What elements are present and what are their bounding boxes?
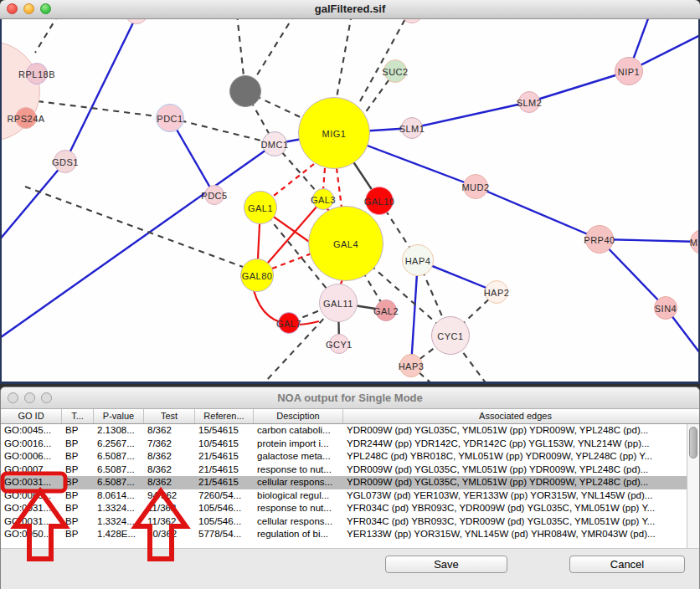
network-edge-pp[interactable] (600, 239, 666, 308)
column-header-desciption[interactable]: Desciption (254, 409, 343, 423)
table-cell: 80/362 (144, 528, 195, 541)
table-cell: 1.3324... (94, 502, 144, 515)
table-cell: 8/362 (144, 424, 195, 438)
node-label-gal11: GAL11 (323, 299, 353, 309)
node-label-slm1: SLM1 (399, 124, 425, 134)
table-cell: GO:0050... (1, 528, 62, 541)
network-node-gray-node[interactable] (229, 75, 261, 107)
noa-window-titlebar[interactable]: NOA output for Single Mode (1, 387, 699, 409)
table-cell: 2.1308... (94, 424, 144, 438)
node-label-pdc1: PDC1 (157, 114, 183, 124)
table-row[interactable]: GO:0050...BP1.428E...80/3625778/54...reg… (1, 528, 699, 541)
network-edge-pd[interactable] (254, 19, 295, 80)
network-window-title: galFiltered.sif (0, 0, 700, 18)
node-label-hap2: HAP2 (484, 288, 510, 298)
table-row[interactable]: GO:0031...BP1.3324...11/362105/546...res… (1, 502, 699, 515)
table-cell: biological regul... (254, 489, 343, 503)
network-edge-pp[interactable] (0, 161, 65, 245)
table-row[interactable]: GO:0006...BP6.5087...8/36221/54615galact… (1, 450, 699, 464)
network-edge-redd[interactable] (337, 168, 342, 207)
node-label-msl5: MSL5 (690, 238, 700, 248)
node-label-hap3: HAP3 (399, 361, 425, 371)
table-cell: 21/54615 (195, 464, 254, 477)
node-label-mig1: MIG1 (322, 129, 347, 139)
column-header-p-value[interactable]: P-value (94, 409, 144, 423)
button-panel: Save Cancel (1, 548, 699, 589)
table-cell: YDR244W (pp) YDR142C, YDR142C (pp) YGL15… (343, 438, 687, 451)
network-edge-pp[interactable] (0, 144, 275, 341)
network-canvas[interactable]: RPL18BRPS24AGDS1PDC1PDC5MIG1SUC2SLM1DMC1… (0, 19, 700, 384)
node-label-cyc1: CYC1 (437, 331, 463, 341)
network-edge-pd[interactable] (337, 19, 352, 98)
table-row[interactable]: GO:0016...BP6.2567...7/36210/54615protei… (1, 438, 699, 451)
table-cell: 15/54615 (195, 424, 254, 438)
network-edge-redd[interactable] (323, 168, 325, 190)
network-window-titlebar[interactable]: galFiltered.sif (0, 0, 700, 19)
table-cell: 21/54615 (195, 476, 254, 489)
node-label-sin4: SIN4 (655, 304, 677, 314)
table-cell: BP (62, 464, 94, 477)
network-edge-redd[interactable] (272, 254, 311, 269)
table-row[interactable]: GO:0031...BP6.5087...8/36221/54615cellul… (1, 476, 699, 489)
table-row[interactable]: GO:0045...BP2.1308...8/36215/54615carbon… (1, 424, 699, 438)
table-cell: YGL073W (pd) YER103W, YER133W (pp) YOR31… (343, 489, 687, 503)
node-label-slm2: SLM2 (517, 98, 543, 108)
table-cell: BP (62, 489, 94, 503)
table-cell: 1.3324... (94, 515, 144, 529)
table-row[interactable]: GO:0031...BP1.3324...11/362105/546...cel… (1, 515, 699, 529)
table-cell: 6.5087... (94, 450, 144, 464)
network-edge-pp[interactable] (476, 187, 600, 239)
table-cell: 10/54615 (195, 438, 254, 451)
network-edge-pp[interactable] (529, 71, 629, 102)
column-header-test[interactable]: Test (144, 409, 195, 423)
network-edge-pd[interactable] (237, 19, 244, 76)
table-cell: BP (62, 515, 94, 529)
node-label-gal3: GAL3 (311, 195, 336, 205)
column-header-go-id[interactable]: GO ID (1, 409, 62, 423)
network-edge-pd[interactable] (35, 19, 59, 53)
column-header-associated-edges[interactable]: Associated edges (343, 409, 687, 423)
column-header-t-[interactable]: T... (62, 409, 94, 423)
table-cell: BP (62, 438, 94, 451)
table-cell: YFR034C (pd) YBR093C, YDR009W (pd) YGL03… (343, 515, 687, 529)
network-edge-pd[interactable] (170, 118, 275, 144)
table-cell: 8/362 (144, 476, 195, 489)
table-cell: 6.2567... (94, 438, 144, 451)
node-label-gcy1: GCY1 (326, 340, 353, 350)
table-body: GO:0045...BP2.1308...8/36215/54615carbon… (1, 424, 699, 548)
node-label-gal10: GAL10 (364, 197, 395, 207)
table-cell: 8.0614... (94, 489, 144, 503)
node-label-nip1: NIP1 (618, 67, 640, 77)
table-cell: BP (62, 476, 94, 489)
table-cell: YDR009W (pd) YGL035C, YML051W (pp) YDR00… (343, 424, 687, 438)
table-cell: GO:0031... (1, 515, 62, 529)
vertical-scrollbar[interactable] (687, 424, 699, 548)
network-edge-pd[interactable] (38, 101, 170, 118)
table-cell: response to nut... (254, 464, 343, 477)
network-edge-pp[interactable] (65, 19, 136, 161)
table-cell: 6.5087... (94, 476, 144, 489)
scrollbar-thumb[interactable] (689, 427, 697, 458)
table-cell: 1.428E... (94, 528, 144, 541)
table-header: GO IDT...P-valueTestReferen...Desciption… (1, 409, 699, 424)
table-row[interactable]: GO:0065...BP8.0614...94/3627260/54...bio… (1, 489, 699, 503)
node-label-gal2: GAL2 (373, 306, 399, 316)
table-row[interactable]: GO:0007...BP6.5087...8/36221/54615respon… (1, 464, 699, 477)
node-label-rps24a: RPS24A (7, 114, 44, 124)
table-cell: cellular respons... (254, 476, 343, 489)
table-cell: 105/546... (195, 515, 254, 529)
table-cell: 8/362 (144, 450, 195, 464)
table-cell: cellular respons... (254, 515, 343, 529)
node-label-gal4: GAL4 (333, 239, 358, 249)
table-cell: BP (62, 424, 94, 438)
table-cell: 7/362 (144, 438, 195, 451)
node-label-gds1: GDS1 (52, 157, 79, 167)
network-edge-pp[interactable] (412, 102, 529, 128)
table-cell: 21/54615 (195, 450, 254, 464)
column-header-referen-[interactable]: Referen... (195, 409, 254, 423)
network-edge-redd[interactable] (266, 164, 314, 202)
table-cell: carbon cataboli... (254, 424, 343, 438)
table-cell: YPL248C (pd) YBR018C, YML051W (pp) YDR00… (343, 450, 687, 464)
cancel-button[interactable]: Cancel (569, 556, 685, 573)
save-button[interactable]: Save (385, 556, 507, 573)
